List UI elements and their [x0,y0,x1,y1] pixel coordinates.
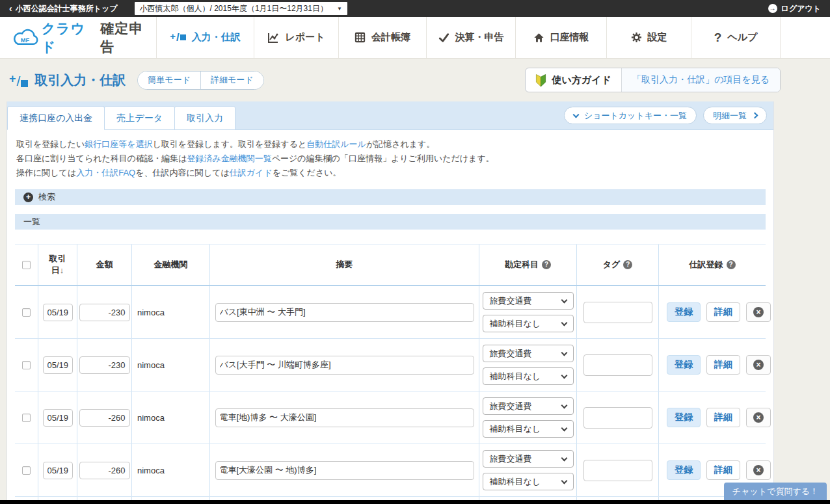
delete-button[interactable]: × [746,302,771,322]
row-checkbox[interactable] [22,414,31,422]
chevron-down-icon [561,425,567,431]
shortcut-keys-button[interactable]: ショートカットキー・一覧 [564,107,697,124]
detail-button[interactable]: 詳細 [706,355,740,375]
app-logo[interactable]: MF クラウド 確定申告 [0,17,156,58]
date-input[interactable] [43,356,73,374]
col-tag: タグ? [577,245,659,285]
tag-input[interactable] [583,354,652,376]
inline-link[interactable]: 登録済み金融機関一覧 [187,153,271,163]
nav-item-report[interactable]: レポート [254,17,338,58]
date-input[interactable] [43,462,73,479]
summary-input[interactable] [215,356,474,375]
nav-item-ledger[interactable]: 会計帳簿 [338,17,426,58]
sort-desc-icon: ↓ [60,265,64,275]
logout-link[interactable]: → ログアウト [768,3,821,14]
detail-button[interactable]: 詳細 [706,408,740,427]
subcategory-select[interactable]: 補助科目なし [483,420,574,438]
register-button[interactable]: 登録 [667,408,701,427]
amount-input[interactable] [79,304,130,321]
description-line: 取引を登録したい銀行口座等を選択し取引を登録します。取引を登録すると自動仕訳ルー… [16,137,764,152]
mf-cloud-logo-icon: MF [10,28,40,47]
col-amount: 金額 [77,245,132,285]
app-window: ‹ 小西公認会計士事務所トップ 小西慎太郎（個人）/ 2015年度（1月1日〜1… [0,0,830,504]
chevron-down-icon [561,402,567,408]
tab-sales-data[interactable]: 売上データ [104,106,175,130]
tab-transaction-entry[interactable]: 取引入力 [174,106,235,130]
checkmark-icon [438,33,449,43]
table-row: nimoca 旅費交通費 補助科目なし 登録 詳細 × [15,391,766,444]
usage-guide-button[interactable]: 使い方ガイド [526,68,621,92]
simple-mode-button[interactable]: 簡単モード [138,72,200,89]
amount-input[interactable] [79,462,130,479]
x-circle-icon: × [753,412,764,423]
nav-item-closing[interactable]: 決算・申告 [426,17,515,58]
chevron-down-icon [561,372,567,378]
institution-label: nimoca [137,466,165,475]
nav-item-input-journal[interactable]: +/ 入力・仕訳 [156,17,254,58]
table-body: nimoca 旅費交通費 補助科目なし 登録 詳細 × nimoca 旅費交通費… [15,286,766,504]
summary-input[interactable] [215,461,474,480]
detail-mode-button[interactable]: 詳細モード [200,72,263,89]
delete-button[interactable]: × [746,355,771,375]
list-section-bar: 一覧 [15,214,766,230]
row-checkbox[interactable] [22,361,31,369]
page-title: 取引入力・仕訳 [34,72,126,89]
nav-item-accounts[interactable]: 口座情報 [515,17,606,58]
subcategory-select[interactable]: 補助科目なし [483,473,574,490]
inline-link[interactable]: 銀行口座等を選択 [85,139,152,149]
inline-link[interactable]: 自動仕訳ルール [306,139,366,149]
register-button[interactable]: 登録 [667,302,701,322]
description-text: し取引を登録します。取引を登録すると [153,139,307,149]
col-date[interactable]: 取引日↓ [38,245,77,285]
nav-item-help[interactable]: ? ヘルプ [691,17,781,58]
detail-list-button[interactable]: 明細一覧 [703,107,767,124]
subcategory-select[interactable]: 補助科目なし [483,315,574,332]
category-select[interactable]: 旅費交通費 [483,450,574,468]
back-link[interactable]: ‹ 小西公認会計士事務所トップ [9,3,118,14]
delete-button[interactable]: × [746,408,771,427]
business-year-value: 小西慎太郎（個人）/ 2015年度（1月1日〜12月31日） [140,3,328,14]
amount-input[interactable] [79,356,130,374]
search-section-bar[interactable]: + 検索 [15,189,766,205]
help-icon[interactable]: ? [542,260,551,269]
nav-item-settings[interactable]: 設定 [606,17,691,58]
x-circle-icon: × [753,360,764,370]
chevron-down-icon [561,319,567,326]
select-all-checkbox[interactable] [22,261,31,269]
x-circle-icon: × [753,465,764,475]
row-checkbox[interactable] [22,308,31,317]
summary-input[interactable] [215,408,474,427]
detail-button[interactable]: 詳細 [706,302,740,322]
inline-link[interactable]: 仕訳ガイド [230,168,273,178]
logo-word-product: 確定申告 [100,20,156,56]
chevron-down-icon [572,111,579,118]
top-bar: ‹ 小西公認会計士事務所トップ 小西慎太郎（個人）/ 2015年度（1月1日〜1… [0,0,830,17]
chat-button[interactable]: チャットで質問する！ [724,483,827,500]
row-checkbox[interactable] [22,466,31,475]
date-input[interactable] [43,304,73,321]
tag-input[interactable] [583,302,652,323]
logo-word-cloud: クラウド [42,20,99,56]
delete-button[interactable]: × [746,460,771,480]
register-button[interactable]: 登録 [667,460,701,480]
register-button[interactable]: 登録 [667,355,701,375]
chevron-right-icon [752,113,758,119]
category-select[interactable]: 旅費交通費 [483,292,574,310]
summary-input[interactable] [215,303,474,322]
category-select[interactable]: 旅費交通費 [483,397,574,415]
detail-button[interactable]: 詳細 [706,460,740,480]
date-input[interactable] [43,409,73,427]
help-icon[interactable]: ? [623,260,632,269]
tag-input[interactable] [583,460,652,481]
category-select[interactable]: 旅費交通費 [483,345,574,362]
tab-linked-account-transactions[interactable]: 連携口座の入出金 [7,106,105,130]
table-row: nimoca 旅費交通費 補助科目なし 登録 詳細 × [15,339,766,391]
tag-input[interactable] [583,407,652,429]
beginner-mark-icon [535,73,546,87]
business-year-select[interactable]: 小西慎太郎（個人）/ 2015年度（1月1日〜12月31日） ▼ [135,2,347,15]
help-icon[interactable]: ? [727,260,736,269]
guide-items-link[interactable]: 「取引入力・仕訳」の項目を見る [621,68,780,92]
inline-link[interactable]: 入力・仕訳FAQ [76,168,135,178]
amount-input[interactable] [79,409,130,427]
subcategory-select[interactable]: 補助科目なし [483,367,574,385]
